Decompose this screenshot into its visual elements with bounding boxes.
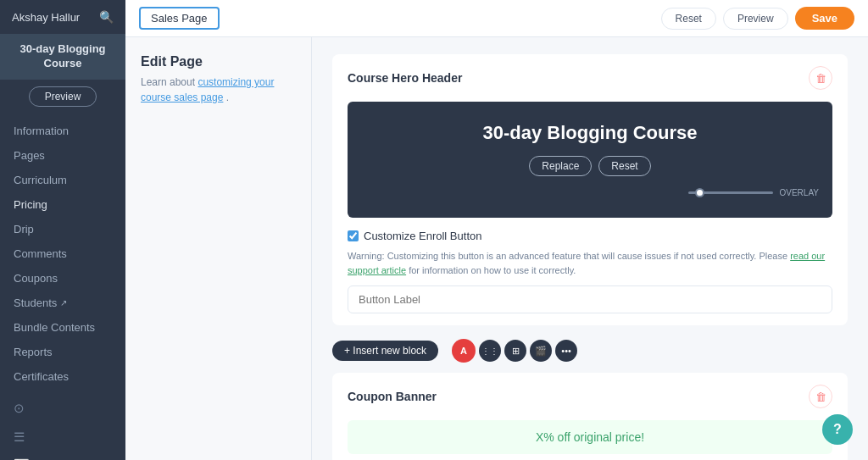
left-panel: Edit Page Learn about customizing your c…	[125, 37, 312, 460]
external-link-icon: ↗	[60, 298, 67, 308]
enroll-checkbox-label: Customize Enroll Button	[364, 230, 481, 242]
floating-avatar-a: A	[452, 339, 476, 363]
coupon-section-title: Coupon Banner	[348, 390, 437, 403]
warning-text: Warning: Customizing this button is an a…	[348, 249, 832, 277]
preview-button[interactable]: Preview	[29, 86, 97, 107]
sidebar-item-pricing[interactable]: Pricing	[0, 192, 125, 217]
sidebar-item-information[interactable]: Information	[0, 119, 125, 143]
hero-section-title: Course Hero Header	[348, 71, 462, 85]
sidebar-item-coupons[interactable]: Coupons	[0, 266, 125, 291]
hero-image-container: 30-day Blogging Course Replace Reset OVE…	[348, 102, 832, 218]
hero-delete-button[interactable]: 🗑	[809, 66, 832, 90]
hero-reset-button[interactable]: Reset	[598, 156, 650, 176]
sidebar-icon-row: ⊙ ☰ ⬜	[0, 392, 125, 460]
hero-section-header: Course Hero Header 🗑	[332, 54, 848, 102]
floating-icon-1[interactable]: ⋮⋮	[479, 340, 501, 362]
slider-track	[688, 191, 773, 194]
overlay-label: OVERLAY	[780, 188, 820, 197]
topbar-left: Sales Page	[139, 7, 220, 30]
edit-page-title: Edit Page	[141, 54, 296, 69]
enroll-checkbox[interactable]	[348, 230, 359, 241]
slider-thumb	[695, 188, 704, 197]
enroll-checkbox-row: Customize Enroll Button	[348, 230, 832, 242]
insert-block-container: + Insert new block A ⋮⋮ ⊞ 🎬 •••	[332, 339, 848, 363]
coupon-delete-button[interactable]: 🗑	[809, 385, 832, 408]
hero-replace-button[interactable]: Replace	[529, 156, 592, 176]
reset-button[interactable]: Reset	[661, 8, 716, 30]
edit-page-description: Learn about customizing your course sale…	[141, 75, 296, 105]
floating-icon-4[interactable]: •••	[555, 340, 577, 362]
sidebar-item-reports[interactable]: Reports	[0, 340, 125, 364]
content-area: Edit Page Learn about customizing your c…	[125, 37, 868, 460]
enroll-section: Customize Enroll Button Warning: Customi…	[332, 230, 848, 325]
topbar-right: Reset Preview Save	[661, 7, 854, 30]
save-button[interactable]: Save	[795, 7, 854, 30]
sidebar-nav: Information Pages Curriculum Pricing Dri…	[0, 115, 125, 392]
hero-action-buttons: Replace Reset	[529, 156, 650, 176]
course-title: 30-day Blogging Course	[0, 34, 125, 80]
sidebar-item-bundle-contents[interactable]: Bundle Contents	[0, 315, 125, 340]
overlay-slider[interactable]	[688, 191, 773, 194]
main-area: Sales Page Reset Preview Save Edit Page …	[125, 0, 868, 460]
sidebar-item-pages[interactable]: Pages	[0, 143, 125, 168]
sales-page-tab[interactable]: Sales Page	[139, 7, 220, 30]
search-icon[interactable]: 🔍	[99, 10, 114, 24]
sidebar-item-comments[interactable]: Comments	[0, 241, 125, 266]
help-button[interactable]: ?	[822, 414, 853, 445]
hero-course-title: 30-day Blogging Course	[482, 122, 697, 144]
right-panel: Course Hero Header 🗑 30-day Blogging Cou…	[312, 37, 868, 460]
hero-overlay-control: OVERLAY	[688, 188, 820, 197]
sidebar-item-students[interactable]: Students ↗	[0, 291, 125, 315]
coupon-banner-display: X% off original price!	[348, 420, 832, 454]
preview-button-top[interactable]: Preview	[723, 8, 788, 30]
floating-icon-3[interactable]: 🎬	[530, 340, 552, 362]
sidebar: Akshay Hallur 🔍 30-day Blogging Course P…	[0, 0, 125, 460]
sidebar-item-drip[interactable]: Drip	[0, 217, 125, 241]
coupon-text: X% off original price!	[536, 430, 644, 444]
button-label-input[interactable]	[348, 285, 832, 313]
floating-icon-2[interactable]: ⊞	[504, 340, 526, 362]
sidebar-item-certificates[interactable]: Certificates	[0, 364, 125, 389]
insert-block-button[interactable]: + Insert new block	[332, 341, 438, 361]
sidebar-home-icon[interactable]: ⊙	[14, 401, 112, 416]
sidebar-user-header: Akshay Hallur 🔍	[0, 0, 125, 34]
sidebar-settings-icon[interactable]: ☰	[14, 430, 112, 445]
coupon-banner-card: Coupon Banner 🗑 X% off original price!	[332, 373, 848, 460]
preview-btn-container: Preview	[0, 80, 125, 115]
user-name-label: Akshay Hallur	[12, 11, 80, 24]
topbar: Sales Page Reset Preview Save	[125, 0, 868, 37]
hero-section-card: Course Hero Header 🗑 30-day Blogging Cou…	[332, 54, 848, 325]
coupon-section-header: Coupon Banner 🗑	[332, 373, 848, 420]
sidebar-item-curriculum[interactable]: Curriculum	[0, 168, 125, 192]
